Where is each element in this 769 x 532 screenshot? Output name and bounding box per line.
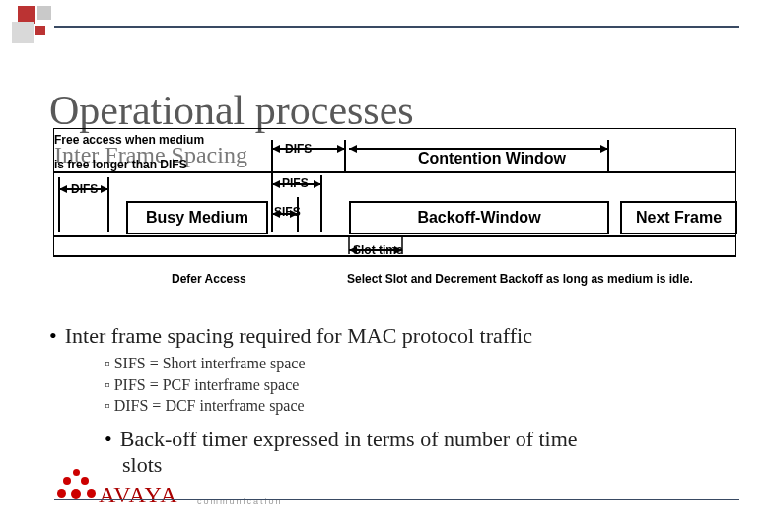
next-frame-box: Next Frame bbox=[620, 201, 737, 234]
bullet-1: •Inter frame spacing required for MAC pr… bbox=[49, 323, 739, 349]
svg-marker-10 bbox=[600, 145, 608, 153]
bottom-rule bbox=[54, 499, 739, 500]
avaya-logo: AVAYA bbox=[57, 469, 178, 508]
deco-square bbox=[37, 6, 51, 20]
avaya-wordmark: AVAYA bbox=[99, 482, 178, 508]
sub-1: SIFS = Short interframe space bbox=[105, 353, 739, 374]
top-rule bbox=[54, 26, 739, 28]
svg-marker-19 bbox=[314, 180, 321, 188]
pifs-label: PIFS bbox=[282, 176, 309, 190]
busy-medium-box: Busy Medium bbox=[126, 201, 268, 234]
svg-marker-9 bbox=[349, 145, 357, 153]
sub-2: PIFS = PCF interframe space bbox=[105, 374, 739, 396]
bullet-1-text: Inter frame spacing required for MAC pro… bbox=[65, 323, 532, 348]
difs-label-top: DIFS bbox=[285, 142, 312, 156]
sifs-label: SIFS bbox=[274, 205, 301, 219]
svg-marker-13 bbox=[59, 185, 67, 193]
bullet-2: •Back-off timer expressed in terms of nu… bbox=[105, 427, 739, 452]
slide: Operational processes Free access when m… bbox=[0, 0, 769, 532]
svg-marker-4 bbox=[272, 145, 280, 153]
contention-window-label: Contention Window bbox=[418, 150, 566, 167]
body-text: •Inter frame spacing required for MAC pr… bbox=[49, 317, 739, 482]
svg-marker-14 bbox=[101, 185, 108, 193]
difs-label-left: DIFS bbox=[71, 182, 98, 196]
bullet-2-cont: slots bbox=[122, 452, 739, 478]
sublist: SIFS = Short interframe space PIFS = PCF… bbox=[105, 353, 739, 417]
bullet-2-text-1: Back-off timer expressed in terms of num… bbox=[120, 427, 578, 451]
svg-marker-5 bbox=[337, 145, 345, 153]
slot-time-label: Slot time bbox=[353, 243, 403, 257]
deco-square bbox=[12, 22, 34, 43]
defer-access-label: Defer Access bbox=[172, 272, 246, 286]
ifs-diagram: DIFS Contention Window DIFS PIFS SIFS Sl… bbox=[53, 128, 736, 296]
deco-square bbox=[35, 26, 45, 35]
select-slot-label: Select Slot and Decrement Backoff as lon… bbox=[347, 272, 693, 286]
svg-marker-18 bbox=[272, 180, 280, 188]
backoff-window-box: Backoff-Window bbox=[349, 201, 609, 234]
slide-title: Operational processes bbox=[49, 87, 414, 134]
sub-3: DIFS = DCF interframe space bbox=[105, 395, 739, 417]
avaya-logo-icon bbox=[57, 469, 97, 508]
